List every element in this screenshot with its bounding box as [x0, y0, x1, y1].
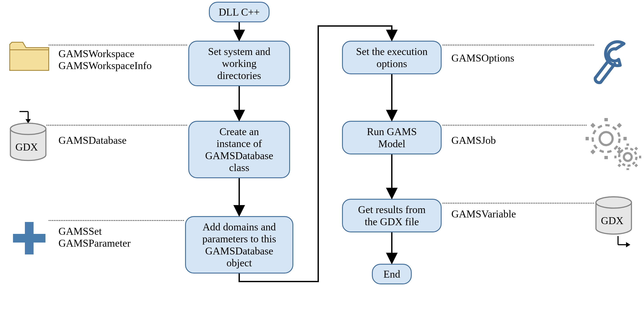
- flow-arrows: [0, 0, 644, 327]
